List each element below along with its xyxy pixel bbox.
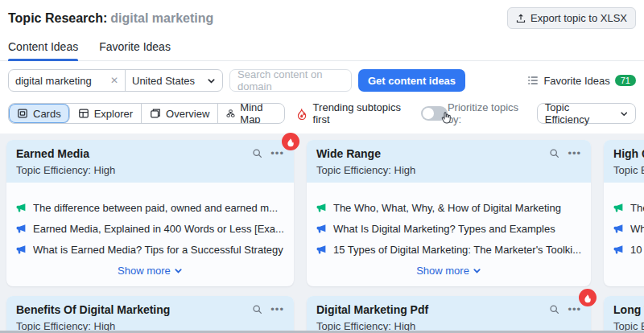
idea-item[interactable]: What Is Digital Marketing? Types and Exa… xyxy=(613,223,644,235)
country-select[interactable]: United States xyxy=(126,70,222,91)
cards-icon xyxy=(17,108,28,119)
list-icon xyxy=(527,75,539,86)
idea-item[interactable]: Earned Media, Explained in 400 Words or … xyxy=(16,223,284,235)
keyword-input-wrap: ✕ xyxy=(9,70,126,91)
efficiency-label: Topic Efficiency: xyxy=(613,164,644,176)
card-title: Long Term xyxy=(613,303,644,316)
trending-toggle[interactable] xyxy=(421,106,447,121)
card-search-icon[interactable] xyxy=(252,304,262,314)
show-more-label: Show more xyxy=(118,265,171,277)
view-mode-overview[interactable]: Overview xyxy=(142,104,218,123)
efficiency-value: High xyxy=(94,164,116,176)
chevron-down-icon xyxy=(207,76,216,85)
get-content-ideas-button[interactable]: Get content ideas xyxy=(358,69,465,92)
trending-fire-badge xyxy=(579,289,597,306)
export-xlsx-button[interactable]: Export topic to XLSX xyxy=(507,7,636,29)
idea-item[interactable]: What Is Digital Marketing? Types and Exa… xyxy=(316,223,581,235)
clear-keyword-icon[interactable]: ✕ xyxy=(107,75,118,86)
trending-toggle-group: Trending subtopics first xyxy=(296,101,448,125)
search-row: ✕ United States Search content on domain… xyxy=(0,61,644,98)
mindmap-icon xyxy=(226,108,235,119)
card-search-icon[interactable] xyxy=(549,148,559,158)
chevron-down-icon xyxy=(620,109,628,118)
idea-text: The difference between paid, owned and e… xyxy=(33,202,278,214)
card-header: Digital Marketing Pdf ••• Topic Efficien… xyxy=(307,296,591,333)
card-search-icon[interactable] xyxy=(549,304,559,314)
card-header: Wide Range ••• Topic Efficiency: High xyxy=(307,140,591,183)
prioritize-select[interactable]: Topic Efficiency xyxy=(537,103,636,124)
show-more-link[interactable]: Show more xyxy=(613,265,644,277)
view-mode-explorer[interactable]: Explorer xyxy=(70,104,142,123)
favorites-count-badge: 71 xyxy=(615,75,636,86)
topic-card: Wide Range ••• Topic Efficiency: High Th… xyxy=(307,140,591,286)
view-mode-explorer-label: Explorer xyxy=(94,108,133,120)
idea-text: The Who, What, Why, & How of Digital Mar… xyxy=(630,202,644,214)
card-title: Digital Marketing Pdf xyxy=(316,303,549,316)
card-more-icon[interactable]: ••• xyxy=(568,147,581,159)
megaphone-icon xyxy=(613,245,624,255)
view-mode-cards[interactable]: Cards xyxy=(9,104,70,123)
card-body: The Who, What, Why, & How of Digital Mar… xyxy=(604,183,644,277)
topic-card: Long Term ••• Topic Efficiency: High xyxy=(604,296,644,333)
idea-text: 10 reasons you need a digital marketing … xyxy=(630,244,644,256)
card-efficiency: Topic Efficiency: High xyxy=(316,164,581,176)
idea-text: What is Earned Media? Tips for a Success… xyxy=(33,244,283,256)
idea-item[interactable]: The Who, What, Why, & How of Digital Mar… xyxy=(613,202,644,214)
trending-toggle-label: Trending subtopics first xyxy=(313,101,416,125)
show-more-link[interactable]: Show more xyxy=(316,265,581,277)
idea-item[interactable]: 15 Types of Digital Marketing: The Marke… xyxy=(316,244,581,256)
tab-favorite-ideas[interactable]: Favorite Ideas xyxy=(99,40,171,60)
export-label: Export topic to XLSX xyxy=(530,12,627,24)
topic-card: High Quality ••• Topic Efficiency: High … xyxy=(604,140,644,286)
domain-search-input[interactable]: Search content on domain xyxy=(229,69,352,92)
mouse-cursor-hand xyxy=(440,111,452,125)
card-body: The Who, What, Why, & How of Digital Mar… xyxy=(307,183,591,277)
page-title: Topic Research:digital marketing xyxy=(8,11,213,26)
megaphone-icon xyxy=(316,203,327,213)
favorite-ideas-link[interactable]: Favorite Ideas 71 xyxy=(527,75,636,87)
idea-item[interactable]: The difference between paid, owned and e… xyxy=(16,202,284,214)
efficiency-label: Topic Efficiency: xyxy=(16,164,91,176)
prioritize-label: Prioritize topics by: xyxy=(448,101,531,125)
idea-text: The Who, What, Why, & How of Digital Mar… xyxy=(333,202,561,214)
export-icon xyxy=(516,14,526,23)
view-bar: Cards Explorer Overview Mind Map Trendin… xyxy=(0,98,644,134)
fire-icon xyxy=(296,108,307,120)
idea-item[interactable]: What is Earned Media? Tips for a Success… xyxy=(16,244,284,256)
top-header: Topic Research:digital marketing Export … xyxy=(0,0,644,32)
efficiency-value: High xyxy=(394,164,416,176)
card-search-icon[interactable] xyxy=(252,148,262,158)
card-more-icon[interactable]: ••• xyxy=(270,303,284,315)
megaphone-icon xyxy=(16,245,27,255)
efficiency-label: Topic Efficiency: xyxy=(316,164,391,176)
topic-card: Earned Media ••• Topic Efficiency: High … xyxy=(6,140,294,286)
trending-fire-badge xyxy=(282,133,299,150)
keyword-input[interactable] xyxy=(15,75,107,87)
megaphone-icon xyxy=(16,224,27,234)
card-more-icon[interactable]: ••• xyxy=(270,147,284,159)
idea-item[interactable]: 10 reasons you need a digital marketing … xyxy=(613,244,644,256)
show-more-link[interactable]: Show more xyxy=(16,265,284,277)
card-header: High Quality ••• Topic Efficiency: High xyxy=(604,140,644,183)
explorer-icon xyxy=(78,108,89,119)
view-mode-mindmap[interactable]: Mind Map xyxy=(218,104,284,123)
cards-grid: Earned Media ••• Topic Efficiency: High … xyxy=(6,140,638,333)
country-value: United States xyxy=(132,75,195,87)
megaphone-icon xyxy=(316,245,327,255)
megaphone-icon xyxy=(316,224,327,234)
card-efficiency: Topic Efficiency: High xyxy=(613,164,644,176)
card-header: Long Term ••• Topic Efficiency: High xyxy=(604,296,644,333)
keyword-group: ✕ United States xyxy=(8,69,223,92)
overview-icon xyxy=(150,108,161,119)
favorite-ideas-label: Favorite Ideas xyxy=(543,75,609,87)
card-title: Earned Media xyxy=(16,147,252,160)
show-more-label: Show more xyxy=(416,265,469,277)
card-title: Wide Range xyxy=(316,147,549,160)
card-more-icon[interactable]: ••• xyxy=(568,303,581,315)
view-mode-cards-label: Cards xyxy=(33,108,61,120)
megaphone-icon xyxy=(613,224,624,234)
tab-content-ideas[interactable]: Content Ideas xyxy=(8,40,78,60)
prioritize-group: Prioritize topics by: Topic Efficiency xyxy=(448,101,636,125)
megaphone-icon xyxy=(613,203,624,213)
idea-item[interactable]: The Who, What, Why, & How of Digital Mar… xyxy=(316,202,581,214)
